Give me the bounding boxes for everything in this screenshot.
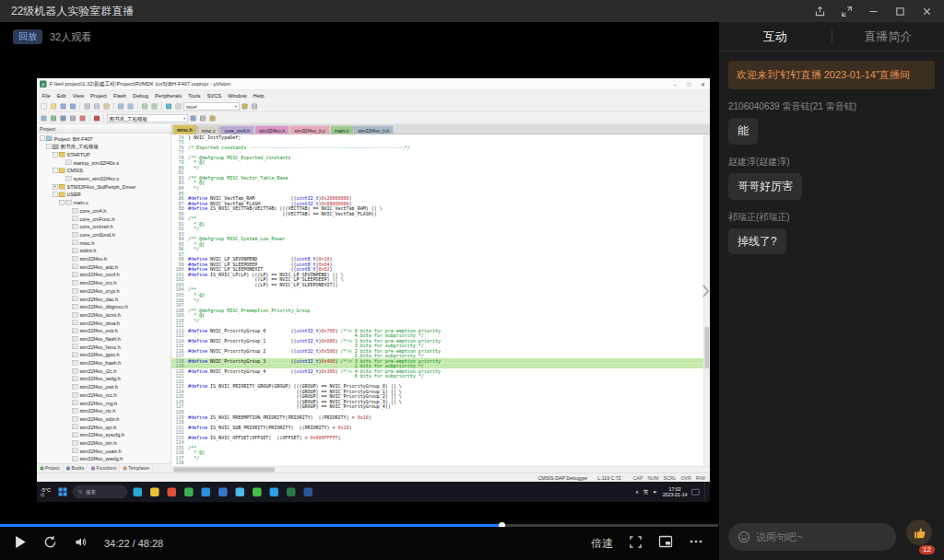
menu-view[interactable]: View (69, 93, 87, 99)
menu-flash[interactable]: Flash (110, 93, 129, 99)
keil-uvision-icon[interactable] (284, 485, 298, 499)
more-options-button[interactable] (689, 535, 703, 552)
tree-item-stm32f4xx_syscfg.h[interactable]: stm32f4xx_syscfg.h (37, 431, 171, 439)
tree-item-stm32f4xx_pwr.h[interactable]: stm32f4xx_pwr.h (37, 383, 171, 391)
menu-edit[interactable]: Edit (53, 93, 69, 99)
tree-item-stm32f4xx_rng.h[interactable]: stm32f4xx_rng.h (37, 399, 171, 407)
tree-expander-icon[interactable]: - (53, 168, 58, 173)
manage-books-icon[interactable] (208, 114, 217, 122)
keil-minimize-icon[interactable]: – (668, 78, 682, 90)
tree-item-stm32f4xx_dcmi.h[interactable]: stm32f4xx_dcmi.h (37, 310, 171, 319)
tree-expander-icon[interactable]: - (53, 152, 58, 158)
sidebar-collapse-handle[interactable] (698, 276, 713, 306)
tree-item-misc.h[interactable]: misc.h (37, 239, 171, 247)
keil-close-icon[interactable]: ✕ (696, 78, 710, 90)
close-icon[interactable] (921, 6, 933, 18)
open-file-icon[interactable] (50, 102, 58, 111)
editor-tab-stm32f4xx_it.h[interactable]: stm32f4xx_it.h (354, 126, 394, 134)
editor-tab-stm32f4xx.h[interactable]: stm32f4xx.h (254, 126, 289, 134)
fullscreen-window-icon[interactable] (841, 6, 853, 18)
save-all-icon[interactable] (69, 102, 77, 111)
target-select[interactable]: 图书库_工程模板▾ (107, 114, 188, 122)
maximize-icon[interactable] (894, 6, 906, 18)
360-browser-icon[interactable] (182, 485, 195, 499)
tree-item-core_cm4.h[interactable]: core_cm4.h (37, 206, 171, 215)
download-icon[interactable] (93, 114, 101, 122)
tree-item-Project: BH-F407[interactable]: -Project: BH-F407 (37, 134, 171, 143)
tree-item-system_stm32f4xx.c[interactable]: system_stm32f4xx.c (37, 174, 171, 182)
jump-forward-icon[interactable] (150, 102, 159, 111)
tray-chevron-icon[interactable]: ∧ (635, 489, 639, 496)
chat-input[interactable] (756, 531, 887, 542)
tree-item-stm32f4xx_usart.h[interactable]: stm32f4xx_usart.h (37, 447, 171, 455)
editor-tab-stm32f4xx_it.c[interactable]: stm32f4xx_it.c (290, 126, 330, 134)
tree-item-stm32f4xx_hash.h[interactable]: stm32f4xx_hash.h (37, 358, 171, 367)
panel-tab-functions[interactable]: Functions (88, 464, 120, 473)
copy-icon[interactable] (93, 102, 101, 111)
batch-build-icon[interactable] (69, 114, 77, 122)
word-icon[interactable] (301, 485, 315, 499)
menu-debug[interactable]: Debug (130, 93, 152, 99)
ime-indicator[interactable]: 英 (643, 488, 649, 496)
qq-icon[interactable] (267, 485, 281, 499)
tree-item-CMSIS[interactable]: -CMSIS (37, 167, 171, 175)
tree-item-stm32f4xx_crc.h[interactable]: stm32f4xx_crc.h (37, 279, 171, 287)
tree-item-stm32f4xx_rcc.h[interactable]: stm32f4xx_rcc.h (37, 391, 171, 399)
tree-item-USER[interactable]: -USER (37, 191, 171, 199)
translate-icon[interactable] (40, 114, 48, 122)
store-icon[interactable] (199, 485, 213, 499)
tree-item-stm32f4xx_fsmc.h[interactable]: stm32f4xx_fsmc.h (37, 343, 171, 351)
minimize-icon[interactable] (867, 6, 879, 18)
tree-expander-icon[interactable]: - (59, 200, 65, 205)
code-line-138[interactable]: 138 (171, 461, 703, 466)
menu-peripherals[interactable]: Peripherals (151, 93, 184, 99)
tree-item-stm32f4xx_dma.h[interactable]: stm32f4xx_dma.h (37, 319, 171, 327)
panel-tab-templates[interactable]: Templates (120, 464, 153, 473)
tree-item-stm32f4xx_rtc.h[interactable]: stm32f4xx_rtc.h (37, 407, 171, 415)
tree-item-stm32f4xx_cryp.h[interactable]: stm32f4xx_cryp.h (37, 286, 171, 295)
tree-item-stm32f4xx_dbgmcu.h[interactable]: stm32f4xx_dbgmcu.h (37, 303, 171, 311)
tree-item-stm32f4xx_sdio.h[interactable]: stm32f4xx_sdio.h (37, 414, 171, 423)
tree-item-main.c[interactable]: -main.c (37, 199, 171, 207)
weather-widget[interactable]: -5°C 晴 (41, 486, 51, 497)
build-icon[interactable] (50, 114, 58, 122)
theater-mode-button[interactable] (658, 535, 673, 552)
bookmark-icon[interactable] (165, 102, 173, 111)
share-icon[interactable] (814, 6, 826, 18)
stop-build-icon[interactable] (78, 114, 87, 122)
tree-item-stm32f4xx.h[interactable]: stm32f4xx.h (37, 254, 171, 262)
menu-help[interactable]: Help (250, 93, 267, 99)
tree-item-图书库_工程模板[interactable]: -图书库_工程模板 (37, 143, 171, 151)
tree-expander-icon[interactable]: - (46, 144, 52, 149)
find-combo[interactable]: stcef▾ (184, 102, 240, 111)
menu-file[interactable]: File (39, 93, 53, 99)
tree-expander-icon[interactable]: - (53, 192, 58, 197)
volume-icon[interactable] (653, 489, 659, 496)
find-in-files-icon[interactable] (241, 102, 249, 111)
paste-icon[interactable] (102, 102, 111, 111)
rebuild-icon[interactable] (59, 114, 67, 122)
tree-item-stm32f4xx_tim.h[interactable]: stm32f4xx_tim.h (37, 438, 171, 447)
tree-item-stm32f4xx_dac.h[interactable]: stm32f4xx_dac.h (37, 295, 171, 303)
playback-speed-button[interactable]: 倍速 (591, 536, 613, 552)
play-button[interactable] (15, 535, 27, 553)
wechat-icon[interactable] (250, 485, 264, 499)
tree-item-startup_stm32f40x.s[interactable]: startup_stm32f40x.s (37, 158, 171, 167)
tree-item-stdint.h[interactable]: stdint.h (37, 247, 171, 255)
tree-item-core_cmFunc.h[interactable]: core_cmFunc.h (37, 215, 171, 223)
menu-svcs[interactable]: SVCS (204, 93, 225, 99)
vscroll-thumb[interactable] (705, 327, 710, 368)
panel-tab-books[interactable]: Books (64, 464, 88, 473)
panel-tab-project[interactable]: Project (37, 464, 64, 473)
volume-button[interactable] (74, 535, 88, 553)
undo-icon[interactable] (117, 102, 125, 111)
file-extensions-icon[interactable] (199, 114, 207, 122)
tree-item-core_cmSimd.h[interactable]: core_cmSimd.h (37, 230, 171, 239)
edge-icon[interactable] (131, 485, 145, 499)
tab-live-intro[interactable]: 直播简介 (832, 22, 944, 51)
editor-tab-main.c[interactable]: main.c (330, 126, 352, 134)
start-button[interactable] (56, 485, 70, 499)
menu-window[interactable]: Window (225, 93, 250, 99)
redo-icon[interactable] (126, 102, 135, 111)
target-options-icon[interactable] (189, 114, 197, 122)
